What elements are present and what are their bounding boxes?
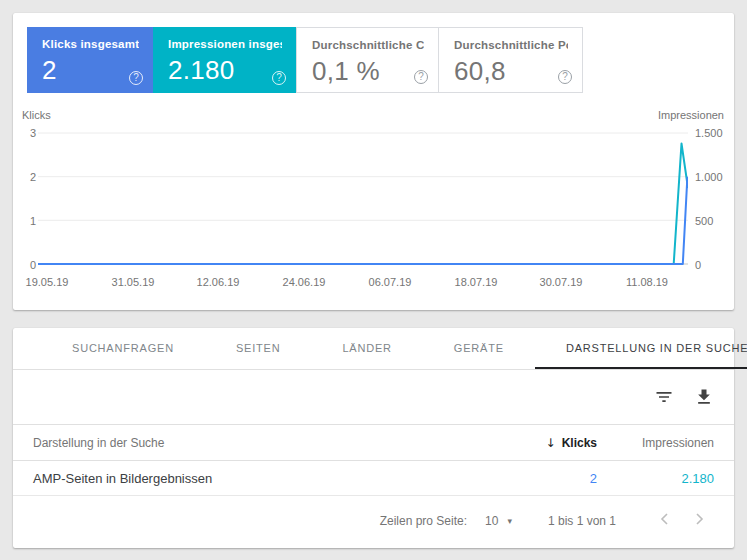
- x-axis-tick: 24.06.19: [272, 276, 336, 288]
- chart-plot[interactable]: [38, 123, 688, 273]
- tab-seiten[interactable]: SEITEN: [205, 328, 312, 369]
- tab-suchanfragen[interactable]: SUCHANFRAGEN: [41, 328, 205, 369]
- right-axis-tick: 500: [695, 215, 734, 227]
- x-axis-tick: 19.05.19: [15, 276, 79, 288]
- pagination-bar: Zeilen pro Seite: 10 ▾ 1 bis 1 von 1: [13, 496, 734, 545]
- table-toolbar: [13, 370, 734, 425]
- performance-summary-panel: Klicks insgesamt 2 ? Impressionen insges…: [13, 13, 734, 310]
- left-axis-title: Klicks: [22, 109, 51, 121]
- dimensions-table-panel: SUCHANFRAGEN SEITEN LÄNDER GERÄTE DARSTE…: [13, 328, 734, 548]
- x-axis-tick: 11.08.19: [615, 276, 679, 288]
- dimension-tabs: SUCHANFRAGEN SEITEN LÄNDER GERÄTE DARSTE…: [13, 328, 734, 370]
- dropdown-caret-icon: ▾: [507, 516, 512, 526]
- right-axis-tick: 1.500: [695, 127, 734, 139]
- rows-per-page-label: Zeilen pro Seite:: [380, 514, 467, 528]
- table-row[interactable]: AMP-Seiten in Bildergebnissen 2 2.180: [13, 461, 734, 496]
- x-axis-tick: 06.07.19: [358, 276, 422, 288]
- next-page-button[interactable]: [682, 503, 718, 539]
- x-axis-tick: 18.07.19: [444, 276, 508, 288]
- column-header-klicks-label: Klicks: [562, 436, 597, 450]
- row-dimension-value: AMP-Seiten in Bildergebnissen: [33, 471, 487, 486]
- previous-page-button[interactable]: [646, 503, 682, 539]
- table-header-row: Darstellung in der Suche ↓Klicks Impress…: [13, 425, 734, 461]
- chevron-right-icon: [696, 513, 704, 528]
- rows-per-page-select[interactable]: 10 ▾: [485, 514, 512, 528]
- left-axis-tick: 2: [13, 171, 36, 183]
- left-axis-tick: 1: [13, 215, 36, 227]
- download-button[interactable]: [692, 385, 716, 409]
- rows-per-page-value: 10: [485, 514, 498, 528]
- tab-geraete[interactable]: GERÄTE: [423, 328, 535, 369]
- left-axis-tick: 0: [13, 259, 36, 271]
- chevron-left-icon: [660, 513, 668, 528]
- column-header-impressionen[interactable]: Impressionen: [597, 436, 714, 450]
- column-header-dimension[interactable]: Darstellung in der Suche: [33, 436, 487, 450]
- right-axis-title: Impressionen: [658, 109, 724, 121]
- x-axis-tick: 12.06.19: [186, 276, 250, 288]
- tab-darstellung-in-der-suche[interactable]: DARSTELLUNG IN DER SUCHE: [535, 328, 747, 369]
- x-axis-tick: 31.05.19: [101, 276, 165, 288]
- column-header-klicks-sorted[interactable]: ↓Klicks: [487, 436, 597, 450]
- x-axis-tick: 30.07.19: [529, 276, 593, 288]
- filter-icon: [654, 395, 674, 410]
- download-icon: [694, 395, 714, 410]
- right-axis-tick: 1.000: [695, 171, 734, 183]
- right-axis-tick: 0: [695, 259, 734, 271]
- impressions-line: [38, 144, 688, 265]
- left-axis-tick: 3: [13, 127, 36, 139]
- tab-laender[interactable]: LÄNDER: [311, 328, 422, 369]
- sort-descending-icon: ↓: [546, 436, 556, 450]
- performance-chart: Klicks Impressionen 3 2 1 0 1.500 1.000 …: [13, 13, 734, 310]
- pagination-range-label: 1 bis 1 von 1: [548, 514, 616, 528]
- filter-button[interactable]: [652, 385, 676, 409]
- row-impressionen-value: 2.180: [597, 471, 714, 486]
- row-klicks-value: 2: [487, 471, 597, 486]
